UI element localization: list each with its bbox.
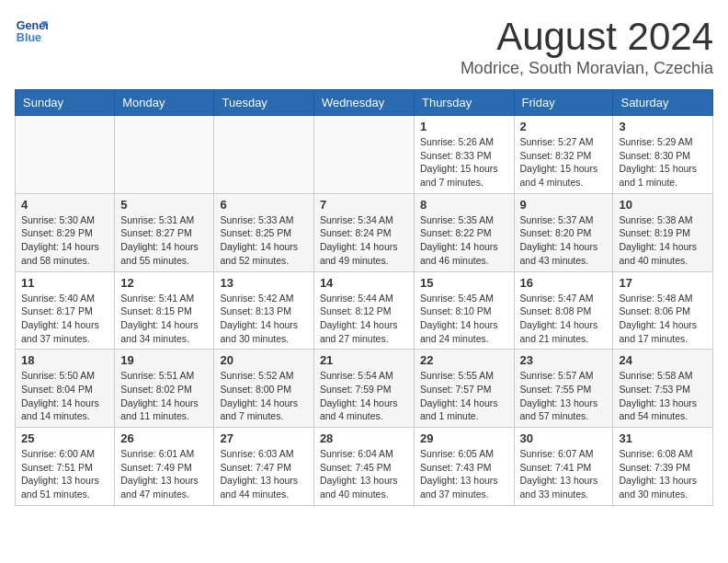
calendar-cell: 3Sunrise: 5:29 AM Sunset: 8:30 PM Daylig… <box>613 116 713 194</box>
day-info: Sunrise: 5:52 AM Sunset: 8:00 PM Dayligh… <box>220 369 307 423</box>
day-info: Sunrise: 5:35 AM Sunset: 8:22 PM Dayligh… <box>420 213 508 268</box>
day-number: 3 <box>619 120 707 133</box>
calendar-cell: 28Sunrise: 6:04 AM Sunset: 7:45 PM Dayli… <box>313 428 414 506</box>
calendar-cell <box>16 116 115 194</box>
calendar-cell: 21Sunrise: 5:54 AM Sunset: 7:59 PM Dayli… <box>313 350 414 428</box>
day-info: Sunrise: 5:37 AM Sunset: 8:20 PM Dayligh… <box>520 213 608 268</box>
logo-icon: General Blue <box>15 15 48 48</box>
calendar-cell <box>313 116 414 194</box>
day-number: 10 <box>619 198 707 212</box>
calendar-cell: 27Sunrise: 6:03 AM Sunset: 7:47 PM Dayli… <box>214 428 313 506</box>
day-info: Sunrise: 5:55 AM Sunset: 7:57 PM Dayligh… <box>420 369 508 423</box>
calendar-cell: 6Sunrise: 5:33 AM Sunset: 8:25 PM Daylig… <box>214 193 313 271</box>
col-header-tuesday: Tuesday <box>214 90 313 116</box>
day-number: 14 <box>320 276 408 290</box>
calendar-cell: 9Sunrise: 5:37 AM Sunset: 8:20 PM Daylig… <box>514 193 613 271</box>
day-info: Sunrise: 5:41 AM Sunset: 8:15 PM Dayligh… <box>120 292 208 346</box>
day-info: Sunrise: 5:34 AM Sunset: 8:24 PM Dayligh… <box>320 213 408 268</box>
calendar-cell: 15Sunrise: 5:45 AM Sunset: 8:10 PM Dayli… <box>414 271 514 350</box>
day-info: Sunrise: 5:54 AM Sunset: 7:59 PM Dayligh… <box>320 369 408 423</box>
calendar-week-row: 1Sunrise: 5:26 AM Sunset: 8:33 PM Daylig… <box>16 116 713 194</box>
title-area: August 2024 Modrice, South Moravian, Cze… <box>461 15 713 78</box>
calendar-week-row: 4Sunrise: 5:30 AM Sunset: 8:29 PM Daylig… <box>16 193 713 271</box>
calendar-cell: 16Sunrise: 5:47 AM Sunset: 8:08 PM Dayli… <box>514 271 613 350</box>
day-info: Sunrise: 6:05 AM Sunset: 7:43 PM Dayligh… <box>420 447 508 501</box>
day-info: Sunrise: 6:03 AM Sunset: 7:47 PM Dayligh… <box>220 447 307 501</box>
day-number: 6 <box>220 198 307 212</box>
calendar-cell: 14Sunrise: 5:44 AM Sunset: 8:12 PM Dayli… <box>313 271 414 350</box>
day-info: Sunrise: 6:08 AM Sunset: 7:39 PM Dayligh… <box>619 447 707 501</box>
day-info: Sunrise: 5:50 AM Sunset: 8:04 PM Dayligh… <box>21 369 108 423</box>
calendar-cell: 22Sunrise: 5:55 AM Sunset: 7:57 PM Dayli… <box>414 350 514 428</box>
day-info: Sunrise: 5:44 AM Sunset: 8:12 PM Dayligh… <box>320 292 408 346</box>
day-number: 7 <box>320 198 408 212</box>
calendar-cell: 4Sunrise: 5:30 AM Sunset: 8:29 PM Daylig… <box>16 193 115 271</box>
day-number: 9 <box>520 198 608 212</box>
day-info: Sunrise: 6:04 AM Sunset: 7:45 PM Dayligh… <box>320 447 408 501</box>
day-number: 11 <box>21 276 108 290</box>
day-info: Sunrise: 5:40 AM Sunset: 8:17 PM Dayligh… <box>21 292 108 346</box>
day-number: 30 <box>520 431 608 445</box>
calendar-cell: 25Sunrise: 6:00 AM Sunset: 7:51 PM Dayli… <box>16 428 115 506</box>
day-number: 28 <box>320 431 408 445</box>
calendar-cell: 8Sunrise: 5:35 AM Sunset: 8:22 PM Daylig… <box>414 193 514 271</box>
day-info: Sunrise: 5:58 AM Sunset: 7:53 PM Dayligh… <box>619 369 707 423</box>
day-number: 4 <box>21 198 108 212</box>
day-info: Sunrise: 5:42 AM Sunset: 8:13 PM Dayligh… <box>220 292 307 346</box>
calendar-cell: 10Sunrise: 5:38 AM Sunset: 8:19 PM Dayli… <box>613 193 713 271</box>
calendar-cell: 7Sunrise: 5:34 AM Sunset: 8:24 PM Daylig… <box>313 193 414 271</box>
calendar-cell: 12Sunrise: 5:41 AM Sunset: 8:15 PM Dayli… <box>115 271 214 350</box>
day-info: Sunrise: 6:07 AM Sunset: 7:41 PM Dayligh… <box>520 447 608 501</box>
calendar-header-row: SundayMondayTuesdayWednesdayThursdayFrid… <box>16 90 713 116</box>
calendar-cell <box>214 116 313 194</box>
calendar-cell: 31Sunrise: 6:08 AM Sunset: 7:39 PM Dayli… <box>613 428 713 506</box>
logo: General Blue <box>15 15 48 48</box>
day-info: Sunrise: 5:38 AM Sunset: 8:19 PM Dayligh… <box>619 213 707 268</box>
calendar-cell: 20Sunrise: 5:52 AM Sunset: 8:00 PM Dayli… <box>214 350 313 428</box>
day-number: 8 <box>420 198 508 212</box>
col-header-saturday: Saturday <box>613 90 713 116</box>
calendar-week-row: 11Sunrise: 5:40 AM Sunset: 8:17 PM Dayli… <box>16 271 713 350</box>
day-number: 15 <box>420 276 508 290</box>
day-number: 25 <box>21 431 108 445</box>
day-info: Sunrise: 5:31 AM Sunset: 8:27 PM Dayligh… <box>120 213 208 268</box>
day-number: 20 <box>220 353 307 367</box>
calendar-week-row: 25Sunrise: 6:00 AM Sunset: 7:51 PM Dayli… <box>16 428 713 506</box>
month-title: August 2024 <box>461 15 713 59</box>
calendar-cell: 1Sunrise: 5:26 AM Sunset: 8:33 PM Daylig… <box>414 116 514 194</box>
calendar-cell: 23Sunrise: 5:57 AM Sunset: 7:55 PM Dayli… <box>514 350 613 428</box>
calendar-cell: 19Sunrise: 5:51 AM Sunset: 8:02 PM Dayli… <box>115 350 214 428</box>
day-info: Sunrise: 5:47 AM Sunset: 8:08 PM Dayligh… <box>520 292 608 346</box>
calendar-cell: 30Sunrise: 6:07 AM Sunset: 7:41 PM Dayli… <box>514 428 613 506</box>
day-number: 2 <box>520 120 608 133</box>
col-header-wednesday: Wednesday <box>313 90 414 116</box>
day-number: 29 <box>420 431 508 445</box>
col-header-monday: Monday <box>115 90 214 116</box>
calendar-cell: 5Sunrise: 5:31 AM Sunset: 8:27 PM Daylig… <box>115 193 214 271</box>
calendar-cell: 17Sunrise: 5:48 AM Sunset: 8:06 PM Dayli… <box>613 271 713 350</box>
col-header-thursday: Thursday <box>414 90 514 116</box>
svg-text:Blue: Blue <box>17 31 41 44</box>
day-info: Sunrise: 6:01 AM Sunset: 7:49 PM Dayligh… <box>120 447 208 501</box>
day-info: Sunrise: 5:26 AM Sunset: 8:33 PM Dayligh… <box>420 135 508 190</box>
calendar-cell: 29Sunrise: 6:05 AM Sunset: 7:43 PM Dayli… <box>414 428 514 506</box>
day-number: 23 <box>520 353 608 367</box>
header: General Blue August 2024 Modrice, South … <box>15 15 713 78</box>
day-number: 1 <box>420 120 508 133</box>
day-number: 31 <box>619 431 707 445</box>
day-number: 18 <box>21 353 108 367</box>
day-number: 22 <box>420 353 508 367</box>
day-info: Sunrise: 5:33 AM Sunset: 8:25 PM Dayligh… <box>220 213 307 268</box>
day-number: 21 <box>320 353 408 367</box>
day-number: 26 <box>120 431 208 445</box>
calendar-cell: 11Sunrise: 5:40 AM Sunset: 8:17 PM Dayli… <box>16 271 115 350</box>
calendar-cell: 24Sunrise: 5:58 AM Sunset: 7:53 PM Dayli… <box>613 350 713 428</box>
day-number: 24 <box>619 353 707 367</box>
day-info: Sunrise: 5:30 AM Sunset: 8:29 PM Dayligh… <box>21 213 108 268</box>
calendar-cell <box>115 116 214 194</box>
day-info: Sunrise: 5:48 AM Sunset: 8:06 PM Dayligh… <box>619 292 707 346</box>
day-number: 16 <box>520 276 608 290</box>
day-info: Sunrise: 5:45 AM Sunset: 8:10 PM Dayligh… <box>420 292 508 346</box>
calendar-cell: 18Sunrise: 5:50 AM Sunset: 8:04 PM Dayli… <box>16 350 115 428</box>
calendar-table: SundayMondayTuesdayWednesdayThursdayFrid… <box>15 89 713 506</box>
